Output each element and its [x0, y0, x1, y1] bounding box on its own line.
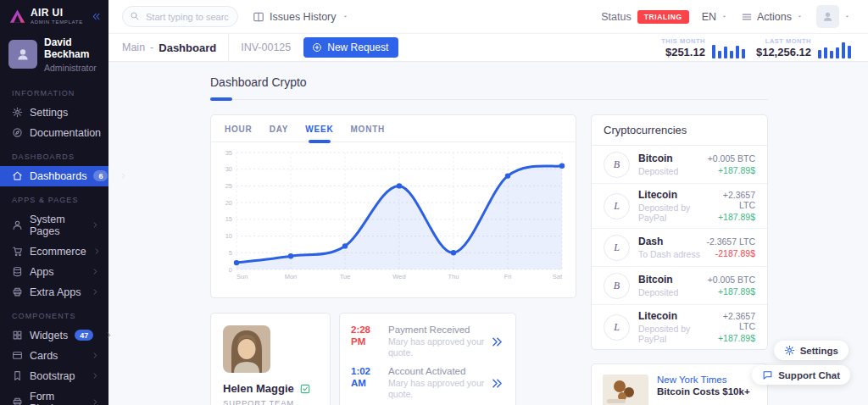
timeline-item: 1:02 AMAccount ActivatedMary has approve… [351, 366, 504, 400]
tab-month[interactable]: MONTH [350, 125, 385, 134]
sidebar-user[interactable]: David Beckham Administrator [0, 30, 108, 80]
chevron-right-icon [93, 247, 101, 255]
mini-bar [824, 47, 827, 58]
sidebar-item-system-pages[interactable]: System Pages [0, 209, 108, 241]
crypto-row-litecoin[interactable]: LLitecoinDeposited by PayPal+2.3657 LTC+… [592, 305, 767, 349]
sidebar-item-extra-apps[interactable]: Extra Apps [0, 282, 108, 302]
tab-day[interactable]: DAY [270, 125, 289, 134]
sidebar-item-label: Cards [30, 350, 58, 362]
stat-value: $251.12 [661, 46, 705, 58]
chevron-right-icon [92, 221, 99, 229]
chevron-right-icon [120, 172, 127, 180]
mini-bar [742, 49, 745, 58]
actions-dropdown[interactable]: Actions [741, 11, 804, 23]
sidebar-item-dashboards[interactable]: Dashboards6 [0, 166, 108, 186]
sidebar-collapse-icon[interactable] [91, 11, 102, 22]
sidebar-item-label: Apps [30, 266, 54, 278]
support-chat-fab[interactable]: Support Chat [752, 365, 850, 385]
menu-icon [741, 11, 753, 23]
double-chevron-icon[interactable] [490, 376, 504, 391]
coin-symbol-icon: B [604, 273, 630, 299]
timeline-time: 1:02 AM [351, 366, 379, 400]
sidebar-item-settings[interactable]: Settings [0, 103, 108, 123]
coin-name: Litecoin [638, 189, 710, 201]
crypto-row-dash[interactable]: LDashTo Dash adress-2.3657 LTC-2187.89$ [592, 229, 767, 267]
chat-icon [762, 369, 773, 380]
breadcrumb-root[interactable]: Main [122, 42, 145, 53]
tab-week[interactable]: WEEK [305, 125, 333, 134]
avatar [816, 5, 839, 28]
coin-value: +187.89$ [708, 165, 755, 175]
sidebar-item-bootstrap[interactable]: Bootstrap [0, 366, 108, 386]
mini-bar [830, 51, 833, 58]
mini-bar [724, 47, 727, 58]
news-thumbnail [603, 374, 648, 405]
coin-amount: +2.3657 LTC [710, 190, 755, 210]
actions-label: Actions [757, 11, 792, 23]
cryptocurrencies-card: Cryptocurrencies BBitcoinDeposited+0.005… [591, 114, 768, 350]
line-chart: 05101520253035SunMonTueWedThuFriSat [211, 142, 576, 288]
card-icon [12, 350, 23, 361]
breadcrumb-current: Dashboard [159, 42, 216, 54]
crypto-row-bitcoin[interactable]: BBitcoinDeposited+0.005 BTC+187.89$ [592, 146, 767, 184]
cryptocurrencies-title: Cryptocurrencies [592, 115, 767, 146]
support-agent-card: Helen Maggie SUPPORT TEAM Chat Unfollow [210, 313, 331, 405]
caret-down-icon [843, 13, 851, 20]
svg-text:Wed: Wed [392, 273, 405, 280]
person-icon [15, 47, 31, 62]
crypto-row-litecoin[interactable]: LLitecoinDeposited by PayPal+2.3657 LTC+… [592, 184, 767, 229]
sidebar-item-widgets[interactable]: Widgets47 [0, 325, 108, 346]
breadcrumb-separator: - [150, 42, 153, 53]
coin-name: Litecoin [638, 310, 710, 322]
timeline-time: 2:28 PM [351, 325, 379, 358]
gear-icon [784, 345, 795, 356]
sidebar-item-ecommerce[interactable]: Ecommerce [0, 241, 108, 262]
mini-bar-chart [818, 41, 851, 58]
coin-amount: +0.005 BTC [708, 275, 755, 285]
breadcrumb-reference: INV-00125 [241, 42, 291, 53]
new-request-button[interactable]: New Request [303, 37, 398, 58]
mini-bar [848, 46, 851, 58]
sidebar-item-label: Form Plugins [30, 391, 85, 405]
language-dropdown[interactable]: EN [702, 11, 728, 23]
mini-bar [836, 47, 839, 58]
tab-hour[interactable]: HOUR [225, 125, 253, 134]
stat-label: THIS MONTH [661, 37, 705, 45]
sidebar-item-label: Settings [30, 107, 68, 119]
sidebar-item-form-plugins[interactable]: Form Plugins [0, 386, 108, 405]
coin-symbol-icon: L [604, 193, 630, 219]
profile-menu[interactable] [816, 5, 851, 28]
news-source-link[interactable]: New York Times [657, 374, 750, 385]
caret-down-icon [721, 13, 728, 20]
double-chevron-icon[interactable] [490, 335, 504, 349]
coin-amount: +2.3657 LTC [710, 311, 755, 331]
title-accent-dash [210, 97, 232, 101]
topbar-right: Status TRIALING EN Actions [601, 5, 851, 28]
activity-timeline-card: 2:28 PMPayment ReceivedMary has approved… [339, 313, 516, 405]
crypto-chart-card: HOURDAYWEEKMONTH 05101520253035SunMonTue… [210, 114, 576, 298]
mini-bar-chart [712, 41, 745, 58]
mini-bar [818, 50, 821, 58]
issues-history-dropdown[interactable]: Issues History [253, 11, 349, 23]
support-chat-fab-label: Support Chat [778, 370, 840, 380]
svg-text:35: 35 [225, 149, 232, 157]
crypto-row-bitcoin[interactable]: BBitcoinDeposited+0.005 BTC+187.89$ [592, 267, 767, 305]
sidebar-item-apps[interactable]: Apps [0, 262, 108, 282]
sidebar-item-documentation[interactable]: Documentation [0, 123, 108, 143]
settings-fab-label: Settings [800, 346, 838, 356]
user-name: David Beckham [44, 36, 100, 61]
app-root: AIR UI ADMIN TEMPLATE David Beckham Admi… [0, 0, 868, 405]
chevron-right-icon [92, 352, 99, 359]
home-icon [12, 170, 23, 181]
settings-fab[interactable]: Settings [774, 341, 849, 360]
chevron-right-icon [92, 288, 99, 296]
check-square-icon [299, 383, 311, 395]
news-card: New York Times Bitcoin Costs $10k+ Lorem… [591, 363, 768, 405]
content: Dashboard Crypto HOURDAYWEEKMONTH 051015… [108, 62, 868, 405]
title-rule [210, 97, 768, 101]
coin-description: Deposited [638, 287, 678, 297]
coin-value: -2187.89$ [706, 248, 755, 258]
stat-label: LAST MONTH [756, 37, 811, 45]
sidebar-item-label: Bootstrap [30, 370, 75, 382]
sidebar-item-cards[interactable]: Cards [0, 346, 108, 366]
